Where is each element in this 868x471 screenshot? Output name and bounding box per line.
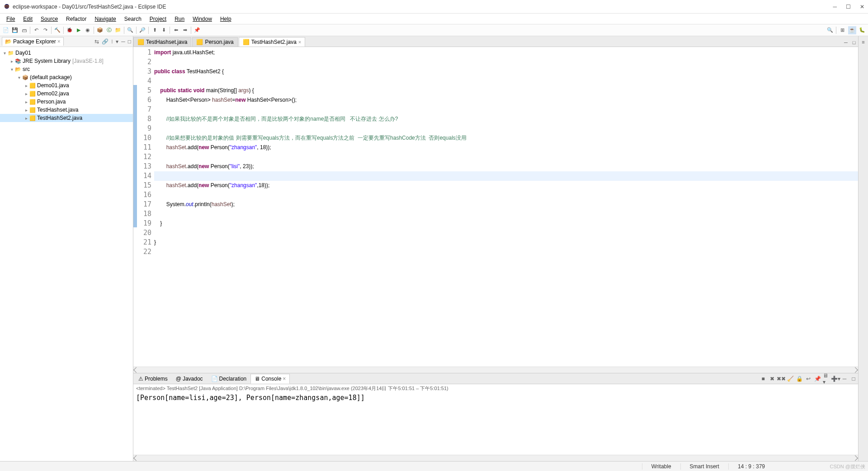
package-explorer-title: Package Explorer	[13, 38, 56, 45]
menu-project[interactable]: Project	[146, 15, 170, 23]
tree-file-demo01[interactable]: ▸🟨Demo01.java	[0, 81, 133, 89]
pin-icon[interactable]: 📌	[193, 26, 201, 34]
tree-default-package[interactable]: ▾📦(default package)	[0, 73, 133, 81]
display-console-icon[interactable]: 🖥▾	[823, 375, 830, 382]
close-view-icon[interactable]: ×	[57, 38, 61, 45]
run-icon[interactable]: ▶	[75, 26, 83, 34]
maximize-view-icon[interactable]: □	[128, 38, 131, 45]
java-file-icon: 🟨	[243, 39, 250, 45]
open-console-icon[interactable]: ➕▾	[832, 375, 839, 382]
link-editor-icon[interactable]: 🔗	[102, 38, 108, 45]
editor-hscroll[interactable]	[133, 367, 858, 373]
bottom-panel: ⚠Problems @Javadoc 📄Declaration 🖥Console…	[133, 373, 858, 461]
tree-file-testhashset2[interactable]: ▸🟨TestHashSet2.java	[0, 114, 133, 122]
debug-icon[interactable]: 🐞	[66, 26, 74, 34]
java-perspective-icon[interactable]: ☕	[848, 26, 856, 34]
menu-refactor[interactable]: Refactor	[62, 15, 90, 23]
editor-minimize-icon[interactable]: ─	[842, 38, 850, 47]
menu-navigate[interactable]: Navigate	[91, 15, 119, 23]
collapse-all-icon[interactable]: ⇆	[94, 38, 99, 45]
minimize-button[interactable]: ─	[833, 4, 837, 10]
editor-tab-testhashset[interactable]: 🟨TestHashset.java	[133, 37, 191, 47]
clear-console-icon[interactable]: 🧹	[787, 375, 794, 382]
editor-tab-testhashset2[interactable]: 🟨TestHashSet2.java×	[239, 37, 306, 47]
back-icon[interactable]: ⬅	[172, 26, 180, 34]
menu-search[interactable]: Search	[121, 15, 145, 23]
tab-javadoc[interactable]: @Javadoc	[172, 374, 207, 384]
open-type-icon[interactable]: 🔍	[126, 26, 134, 34]
tree-src[interactable]: ▾📂src	[0, 65, 133, 73]
quick-access-icon[interactable]: 🔍	[826, 26, 834, 34]
maximize-button[interactable]: ☐	[846, 4, 851, 10]
search-icon[interactable]: 🔎	[138, 26, 146, 34]
code-content[interactable]: import java.util.HashSet; public class T…	[154, 47, 858, 367]
panel-minimize-icon[interactable]: ─	[841, 375, 848, 382]
close-console-icon[interactable]: ×	[283, 376, 286, 382]
tree-project[interactable]: ▾📁Day01	[0, 49, 133, 57]
debug-perspective-icon[interactable]: 🐛	[858, 26, 866, 34]
panel-maximize-icon[interactable]: □	[850, 375, 857, 382]
console-output[interactable]: [Person[name=lisi,age=23], Person[name=z…	[133, 393, 858, 455]
marker-strip	[133, 47, 137, 367]
declaration-icon: 📄	[211, 376, 218, 382]
status-position: 14 : 9 : 379	[728, 463, 774, 470]
tab-declaration[interactable]: 📄Declaration	[207, 374, 251, 384]
close-button[interactable]: ✕	[860, 4, 864, 10]
filter-icon[interactable]: ⁝	[111, 38, 113, 45]
menu-window[interactable]: Window	[189, 15, 216, 23]
new-package-icon[interactable]: 📦	[96, 26, 104, 34]
forward-icon[interactable]: ➡	[181, 26, 189, 34]
editor-maximize-icon[interactable]: □	[850, 38, 858, 47]
status-bar: Writable Smart Insert 14 : 9 : 379	[0, 461, 868, 471]
outline-view-icon[interactable]: ≡	[859, 38, 868, 46]
new-class-icon[interactable]: Ⓒ	[105, 26, 113, 34]
console-hscroll[interactable]	[133, 455, 858, 461]
minimize-view-icon[interactable]: ─	[121, 38, 125, 45]
save-icon[interactable]: 💾	[11, 26, 19, 34]
tree-file-person[interactable]: ▸🟨Person.java	[0, 98, 133, 106]
menu-help[interactable]: Help	[217, 15, 235, 23]
new-folder-icon[interactable]: 📁	[114, 26, 122, 34]
menu-edit[interactable]: Edit	[19, 15, 36, 23]
tab-problems[interactable]: ⚠Problems	[134, 374, 172, 384]
status-writable: Writable	[642, 463, 680, 470]
svg-point-0	[5, 4, 9, 9]
new-icon[interactable]: 📄	[2, 26, 10, 34]
word-wrap-icon[interactable]: ↩	[805, 375, 812, 382]
code-editor[interactable]: 123 456 789 101112 131415 161718 192021 …	[133, 47, 858, 367]
menu-file[interactable]: File	[3, 15, 19, 23]
save-all-icon[interactable]: 🗃	[20, 26, 28, 34]
view-menu-icon[interactable]: ▾	[116, 38, 118, 45]
main-area: 📂 Package Explorer × ⇆ 🔗 ⁝ ▾ ─ □ ▾📁Day01…	[0, 36, 868, 461]
tree-file-demo02[interactable]: ▸🟨Demo02.java	[0, 89, 133, 98]
line-numbers: 123 456 789 101112 131415 161718 192021 …	[137, 47, 154, 367]
terminate-icon[interactable]: ■	[760, 375, 767, 382]
scroll-lock-icon[interactable]: 🔒	[796, 375, 803, 382]
right-trim: ≡	[858, 36, 868, 461]
package-explorer-tab[interactable]: 📂 Package Explorer ×	[2, 37, 64, 46]
tree-jre[interactable]: ▸📚JRE System Library[JavaSE-1.8]	[0, 57, 133, 65]
pin-console-icon[interactable]: 📌	[814, 375, 821, 382]
menu-run[interactable]: Run	[171, 15, 188, 23]
remove-all-icon[interactable]: ✖✖	[778, 375, 785, 382]
redo-icon[interactable]: ↷	[41, 26, 49, 34]
menu-source[interactable]: Source	[37, 15, 61, 23]
window-controls: ─ ☐ ✕	[833, 4, 864, 10]
package-tree: ▾📁Day01 ▸📚JRE System Library[JavaSE-1.8]…	[0, 47, 133, 461]
remove-launch-icon[interactable]: ✖	[769, 375, 776, 382]
undo-icon[interactable]: ↶	[32, 26, 40, 34]
coverage-icon[interactable]: ◉	[84, 26, 92, 34]
tree-file-testhashset[interactable]: ▸🟨TestHashset.java	[0, 106, 133, 114]
close-tab-icon[interactable]: ×	[298, 39, 301, 45]
bottom-tabs: ⚠Problems @Javadoc 📄Declaration 🖥Console…	[133, 373, 858, 384]
open-perspective-icon[interactable]: ⊞	[838, 26, 846, 34]
menu-bar: File Edit Source Refactor Navigate Searc…	[0, 14, 868, 24]
editor-tabs: 🟨TestHashset.java 🟨Person.java 🟨TestHash…	[133, 36, 858, 47]
title-bar: eclipse-workspace - Day01/src/TestHashSe…	[0, 0, 868, 14]
tab-console[interactable]: 🖥Console×	[250, 374, 290, 384]
annotation-next-icon[interactable]: ⬇	[160, 26, 168, 34]
annotation-prev-icon[interactable]: ⬆	[151, 26, 159, 34]
build-icon[interactable]: 🔨	[53, 26, 61, 34]
editor-tab-person[interactable]: 🟨Person.java	[192, 37, 237, 47]
window-title: eclipse-workspace - Day01/src/TestHashSe…	[13, 4, 833, 10]
